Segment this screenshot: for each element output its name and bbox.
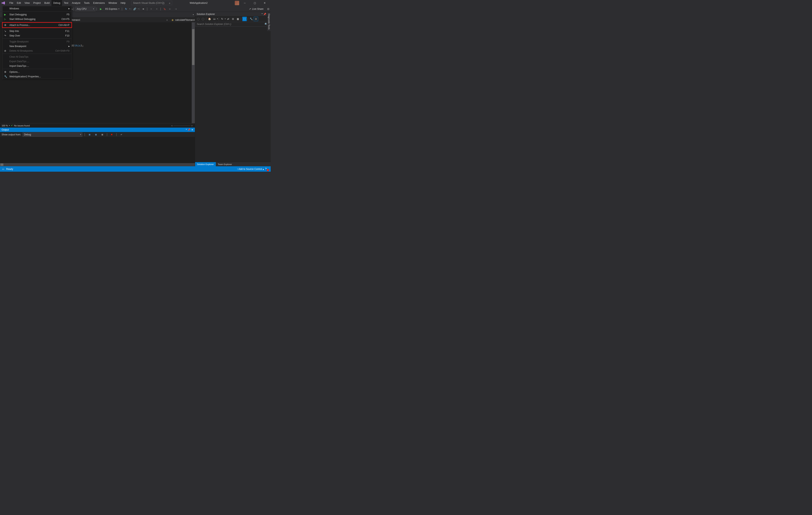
notifications-button[interactable]: 🏳: [265, 167, 269, 171]
show-all-button[interactable]: ▦: [236, 17, 240, 21]
options-icon: ⚙: [4, 70, 7, 73]
title-bar: FileEditViewProjectBuildDebugTestAnalyze…: [0, 0, 271, 6]
editor-scrollbar[interactable]: [192, 22, 195, 123]
output-source-combo[interactable]: Debug▾: [23, 132, 82, 137]
back-button[interactable]: ◯: [196, 17, 200, 21]
check-icon: ✔: [11, 124, 13, 127]
collapse-button[interactable]: ⊟: [231, 17, 235, 21]
tab-team-explorer[interactable]: Team Explorer: [216, 162, 234, 166]
menu-item-windows[interactable]: Windows▶: [3, 6, 71, 11]
menu-item-options-[interactable]: ⚙Options...: [3, 69, 71, 74]
menu-item-step-into[interactable]: ↘Step IntoF11: [3, 29, 71, 33]
play-icon: ▶: [4, 13, 7, 16]
close-button[interactable]: ✕: [260, 0, 269, 6]
menu-item-start-debugging[interactable]: ▶Start DebuggingF5: [3, 12, 71, 17]
zoom-level[interactable]: 100 %: [2, 124, 8, 127]
clear-bp-icon: ⊘: [4, 50, 7, 52]
menu-tools[interactable]: Tools: [82, 0, 91, 6]
menu-analyze[interactable]: Analyze: [70, 0, 82, 6]
run-target[interactable]: IIS Express▾: [104, 7, 120, 11]
output-wrap-btn[interactable]: ⤶: [119, 132, 124, 137]
toolbar-btn-6[interactable]: ⇥: [173, 7, 178, 11]
toolbar-btn-3[interactable]: ≡: [154, 7, 159, 11]
platform-combo[interactable]: Any CPU▾: [76, 7, 95, 11]
play-outline-icon: ▷: [4, 18, 7, 21]
menu-item-attach-to-process-[interactable]: ⚙Attach to Process...Ctrl+Alt+P: [3, 23, 71, 27]
menu-project[interactable]: Project: [31, 0, 42, 6]
wrench-icon: 🔧: [4, 75, 7, 78]
pin-icon[interactable]: 📌: [187, 128, 191, 131]
app-title: WebApplication2: [182, 2, 215, 4]
refresh-button[interactable]: ↻: [220, 17, 224, 21]
output-scrollbar[interactable]: [0, 163, 195, 166]
maximize-button[interactable]: ▢: [250, 0, 259, 6]
browser-link-button[interactable]: 🔗: [132, 7, 137, 11]
menu-bar: FileEditViewProjectBuildDebugTestAnalyze…: [7, 0, 127, 6]
menu-file[interactable]: File: [7, 0, 15, 6]
menu-item-new-breakpoint[interactable]: New Breakpoint▶: [3, 44, 71, 49]
diagnostic-tools-tab[interactable]: Diagnostic Tools: [267, 12, 271, 31]
sync-button[interactable]: ⇄: [226, 17, 230, 21]
solution-tree[interactable]: [195, 27, 271, 162]
search-input[interactable]: Search Visual Studio (Ctrl+Q) ⌕: [131, 1, 172, 5]
menu-item-import-datatips-[interactable]: Import DataTips ...: [3, 64, 71, 68]
user-avatar[interactable]: [235, 1, 239, 5]
panel-tabs: Solution Explorer Team Explorer: [195, 162, 271, 166]
pin-icon[interactable]: 📌: [263, 13, 266, 16]
menu-build[interactable]: Build: [42, 0, 52, 6]
menu-test[interactable]: Test: [62, 0, 70, 6]
output-btn-1[interactable]: ≣: [87, 132, 92, 137]
window-icon: ▭: [2, 168, 4, 171]
toolbar-btn-2[interactable]: ≡: [149, 7, 153, 11]
menu-debug[interactable]: Debug: [52, 0, 62, 6]
output-clear-btn[interactable]: ✖: [109, 132, 114, 137]
menu-item-toggle-breakpoint: Toggle BreakpointF9: [3, 39, 71, 44]
menu-item-clear-all-datatips: Clear All DataTips: [3, 54, 71, 59]
menu-extensions[interactable]: Extensions: [91, 0, 107, 6]
editor-status: 100 % ▾ ✔ No issues found ◄ ─────────── …: [0, 123, 195, 128]
menu-window[interactable]: Window: [107, 0, 119, 6]
forward-button[interactable]: ◯: [201, 17, 205, 21]
menu-item-step-over[interactable]: ↷Step OverF10: [3, 33, 71, 38]
run-button[interactable]: ▶: [98, 7, 103, 11]
toolbar-btn-1[interactable]: ➔: [141, 7, 146, 11]
output-btn-3[interactable]: ≣: [100, 132, 105, 137]
refresh-button[interactable]: ↻: [124, 7, 128, 11]
properties-button[interactable]: 🔧: [249, 17, 253, 21]
dropdown-icon[interactable]: ▾: [262, 13, 262, 16]
source-control-button[interactable]: ↑ Add to Source Control ▴: [237, 168, 264, 171]
dropdown-icon[interactable]: ▾: [186, 128, 187, 131]
feedback-button[interactable]: ⊡: [266, 7, 271, 11]
menu-item-export-datatips-: Export DataTips ...: [3, 59, 71, 64]
output-panel-header: Output ▾ 📌 ✕: [0, 128, 195, 132]
tab-solution-explorer[interactable]: Solution Explorer: [195, 162, 216, 166]
issues-text: No issues found: [14, 124, 30, 127]
vs-logo-icon: [2, 1, 5, 5]
menu-help[interactable]: Help: [119, 0, 127, 6]
scope-button[interactable]: 🗂: [212, 17, 216, 21]
nav-member[interactable]: calculateFibonacci: [175, 19, 195, 21]
share-icon: ↗: [249, 7, 251, 10]
minimize-button[interactable]: ─: [240, 0, 249, 6]
menu-item-webapplication-properties-[interactable]: 🔧WebApplication2 Properties...: [3, 74, 71, 79]
menu-edit[interactable]: Edit: [15, 0, 23, 6]
toolbar-btn-4[interactable]: 🔖: [162, 7, 167, 11]
toolbar-btn-5[interactable]: ⇤: [168, 7, 173, 11]
preview-button[interactable]: ⬚: [242, 17, 247, 21]
status-ready: Ready: [6, 168, 13, 171]
view-button[interactable]: ⊡: [254, 17, 258, 21]
solution-explorer-header: Solution Explorer ▾ 📌 ✕: [195, 12, 271, 17]
menu-item-start-without-debugging[interactable]: ▷Start Without DebuggingCtrl+F5: [3, 17, 71, 21]
solution-search-input[interactable]: Search Solution Explorer (Ctrl+;) 🔍 ▾: [195, 22, 270, 27]
menu-view[interactable]: View: [23, 0, 31, 6]
search-icon: ⌕: [169, 2, 170, 4]
live-share-button[interactable]: ↗ Live Share: [247, 7, 265, 10]
menu-item-delete-all-breakpoints: ⊘Delete All BreakpointsCtrl+Shift+F9: [3, 49, 71, 53]
output-text[interactable]: [0, 137, 195, 163]
home-button[interactable]: 🏠: [207, 17, 212, 21]
status-bar: ▭ Ready ↑ Add to Source Control ▴ 🏳: [0, 166, 271, 172]
step-over-icon: ↷: [4, 34, 7, 37]
close-icon[interactable]: ✕: [191, 128, 193, 131]
nav-scope[interactable]: bonacci: [72, 19, 80, 21]
output-btn-2[interactable]: ≣: [93, 132, 98, 137]
